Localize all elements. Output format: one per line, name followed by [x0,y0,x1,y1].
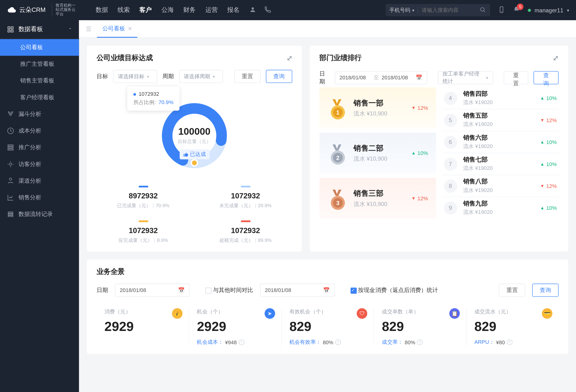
cash-checkbox[interactable]: 按现金消费（返点后消费）统计 [350,286,438,294]
metric-card: 💰消费（元）2929 [97,308,189,346]
rank-row[interactable]: 8销售八部流水 ¥19020▼12% [442,175,559,197]
sidebar: 数据看板 ⌃ 公司看板推广主管看板销售主管看板客户经理看板 漏斗分析成本分析推广… [0,20,79,392]
groupby-select[interactable]: 按工单客户经理统计▾ [438,71,493,84]
sidebar-item[interactable]: 销售主管看板 [0,72,79,89]
compare-checkbox[interactable]: 与其他时间对比 [205,286,253,294]
topbar: 云朵CRM 教育机构一站式服务云平台 数据线索客户公海财务运营报名 手机号码▾ … [0,0,576,20]
period-select[interactable]: 请选择周期▾ [179,70,223,83]
svg-rect-4 [11,27,13,29]
donut-chart: 1072932 所占比例:70.9% 100000 目标总量（元） [97,83,292,175]
svg-text:2: 2 [336,154,339,161]
query-button[interactable]: 查询 [532,284,559,297]
nav-报名[interactable]: 报名 [227,6,240,14]
bell-icon[interactable]: 5 [513,6,520,14]
reset-button[interactable]: 重置 [499,284,525,297]
rank-row[interactable]: 6销售六部流水 ¥19020▲10% [442,131,559,153]
info-icon[interactable]: ? [417,339,423,345]
rank-row[interactable]: 5销售五部流水 ¥19020▼12% [442,109,559,131]
medal-icon: 2 [327,143,347,162]
query-button[interactable]: 查询 [266,70,292,83]
user-menu[interactable]: manager11▾ [528,7,569,14]
podium-card[interactable]: 3销售三部流水 ¥10,900▼12% [319,178,436,219]
expand-icon[interactable]: ⤢ [287,54,292,62]
sidebar-item[interactable]: 公司看板 [0,39,79,56]
panel-ranking: 部门业绩排行⤢ 日期 至📅 按工单客户经理统计▾ 重置 查询 1销售一部流水 ¥… [310,46,568,252]
nav-财务[interactable]: 财务 [183,6,196,14]
medal-icon: 3 [327,189,347,208]
stat-block: 1072932应完成量（元）|8.9% [97,220,190,244]
close-icon[interactable]: ✕ [128,25,132,31]
svg-rect-3 [8,27,10,29]
status-dot [528,8,531,12]
metric-icon: 📋 [449,308,460,319]
panel-overview: 业务全景 日期 📅 与其他时间对比 📅 按现金消费（返点后消费）统计 重置 查询… [87,259,568,354]
metric-card: 🛡有效机会（个）829机会有效率：80%? [281,308,374,346]
sidebar-item[interactable]: 客户经理看板 [0,89,79,106]
search-type-select[interactable]: 手机号码▾ [386,6,418,14]
tab-bar: ☰ 公司看板✕ [79,20,576,38]
calendar-icon: 📅 [178,287,185,293]
tab-company-board[interactable]: 公司看板✕ [97,20,137,37]
medal-icon: 1 [327,98,347,117]
metric-icon: ➤ [264,308,275,319]
collapse-icon[interactable]: ☰ [83,25,94,32]
stat-block: 8972932已完成量（元）|70.9% [97,186,190,209]
chart-tooltip: 1072932 所占比例:70.9% [127,87,180,111]
metric-card: ➤机会（个）2929机会成本：¥948? [189,308,281,346]
date-range[interactable]: 至📅 [335,71,427,84]
info-icon[interactable]: ? [335,339,341,345]
metric-card: 📋成交单数（单）829成交率：80%? [374,308,466,346]
metric-icon: 🛡 [357,308,367,319]
rank-row[interactable]: 7销售七部流水 ¥19020▲10% [442,153,559,175]
svg-point-9 [191,160,198,166]
search-input[interactable] [418,7,475,13]
nav-客户[interactable]: 客户 [139,6,152,14]
svg-rect-2 [500,6,503,12]
svg-rect-6 [11,30,13,32]
mobile-icon[interactable] [498,6,505,14]
nav-线索[interactable]: 线索 [117,6,130,14]
search: 手机号码▾ [386,4,490,16]
chevron-up-icon: ⌃ [68,27,72,32]
calendar-icon: 📅 [416,75,422,81]
reset-button[interactable]: 重置 [504,71,528,84]
nav-user-icon[interactable] [249,6,256,14]
rank-row[interactable]: 4销售四部流水 ¥19020▲10% [442,88,559,109]
svg-rect-5 [8,30,10,32]
info-icon[interactable]: ? [507,339,512,345]
sidebar-item[interactable]: 访客分析 [0,156,79,173]
date-input-1[interactable]: 📅 [115,284,189,297]
date-input-2[interactable]: 📅 [260,284,335,297]
calendar-icon: 📅 [323,287,330,293]
target-select[interactable]: 请选择目标▾ [113,70,157,83]
metric-card: 💳成交流水（元）829ARPU：¥80? [466,308,559,346]
query-button[interactable]: 查询 [534,71,559,84]
metric-icon: 💳 [542,308,552,319]
nav-phone-icon[interactable] [264,6,271,14]
expand-icon[interactable]: ⤢ [553,54,558,62]
status-chip: 已达成 [179,149,209,159]
svg-text:1: 1 [336,109,339,116]
info-icon[interactable]: ? [238,339,244,345]
sidebar-item[interactable]: 推广主管看板 [0,56,79,72]
sidebar-item[interactable]: 推广分析 [0,139,79,156]
sidebar-item[interactable]: 成本分析 [0,122,79,139]
svg-point-1 [481,7,484,11]
sidebar-item[interactable]: 漏斗分析 [0,106,79,122]
logo: 云朵CRM 教育机构一站式服务云平台 [7,3,78,17]
metric-icon: 💰 [172,308,182,319]
sidebar-item[interactable]: 渠道分析 [0,173,79,189]
nav-公海[interactable]: 公海 [161,6,174,14]
podium-card[interactable]: 1销售一部流水 ¥10,900▼12% [319,88,436,128]
sidebar-item[interactable]: 销售分析 [0,189,79,206]
nav-运营[interactable]: 运营 [205,6,218,14]
svg-point-0 [251,7,254,9]
sidebar-item[interactable]: 数据流转记录 [0,206,79,223]
stat-block: 1072932未完成量（元）|20.9% [199,186,292,209]
sidebar-group-header[interactable]: 数据看板 ⌃ [0,20,79,39]
nav-数据[interactable]: 数据 [96,6,108,14]
rank-row[interactable]: 9销售九部流水 ¥19020▲10% [442,197,559,219]
search-icon[interactable] [475,6,490,14]
podium-card[interactable]: 2销售二部流水 ¥10,900▲10% [319,133,436,173]
reset-button[interactable]: 重置 [234,70,261,83]
